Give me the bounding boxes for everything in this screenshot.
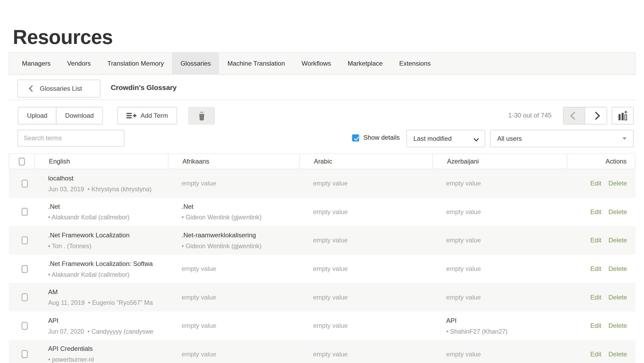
column-header-english: English	[34, 154, 168, 169]
empty-value: empty value	[313, 180, 432, 187]
sort-select[interactable]: Last modified	[407, 130, 485, 147]
tab-label: Machine Translation	[227, 60, 285, 67]
edit-link[interactable]: Edit	[590, 208, 601, 216]
cell-arabic: empty value	[299, 311, 432, 340]
tab-label: Glossaries	[180, 60, 211, 67]
resources-tabbar: Managers Vendors Translation Memory Glos…	[9, 52, 635, 75]
cell-english: .Net Framework Localization • Ton . (Ton…	[34, 226, 168, 255]
term-text: API	[446, 317, 567, 324]
cell-azerbaijani: empty value	[432, 340, 567, 363]
row-checkbox[interactable]	[22, 265, 28, 273]
cell-english: localhost Jun 03, 2019 • Khrystyna (khry…	[34, 169, 168, 198]
empty-value: empty value	[182, 322, 299, 329]
delete-link[interactable]: Delete	[608, 237, 627, 244]
next-page-button[interactable]	[585, 107, 607, 124]
list-plus-icon	[126, 112, 136, 119]
cell-actions: Edit Delete	[567, 340, 635, 363]
term-text: API Credentials	[48, 345, 168, 352]
cell-arabic: empty value	[299, 169, 432, 198]
row-checkbox[interactable]	[22, 208, 28, 216]
cell-azerbaijani: empty value	[432, 169, 567, 198]
row-checkbox[interactable]	[22, 293, 28, 301]
empty-value: empty value	[313, 294, 432, 301]
term-text: .Net	[182, 203, 299, 210]
row-checkbox[interactable]	[22, 180, 28, 188]
table-row: AM Aug 11, 2019 • Eugenio "Ryo567" Ma em…	[9, 283, 635, 312]
delete-link[interactable]: Delete	[608, 351, 627, 358]
table-row: .Net Framework Localization: Softwa • Al…	[9, 255, 635, 283]
edit-link[interactable]: Edit	[590, 237, 601, 244]
tab-translation-memory[interactable]: Translation Memory	[99, 53, 172, 74]
edit-link[interactable]: Edit	[590, 294, 601, 301]
cell-english: API Credentials • powerburner-nl	[34, 340, 168, 363]
tab-label: Extensions	[399, 60, 431, 67]
edit-link[interactable]: Edit	[590, 265, 601, 273]
tab-managers[interactable]: Managers	[14, 53, 59, 74]
cell-arabic: empty value	[299, 340, 432, 363]
delete-link[interactable]: Delete	[608, 265, 627, 273]
tab-label: Managers	[22, 60, 51, 67]
prev-page-button[interactable]	[564, 107, 585, 124]
tab-extensions[interactable]: Extensions	[391, 53, 439, 74]
table-row: .Net Framework Localization • Ton . (Ton…	[9, 226, 635, 255]
term-text: .Net-raamwerklokalisering	[182, 232, 299, 239]
cell-english: API Jun 07, 2020 • Candyyyyy (candyswe	[34, 311, 168, 340]
cell-english: .Net Framework Localization: Softwa • Al…	[34, 255, 168, 283]
back-button-label: Glossaries List	[40, 85, 82, 92]
tab-vendors[interactable]: Vendors	[59, 53, 99, 74]
subheader-divider	[9, 99, 635, 100]
columns-plus-icon	[617, 110, 628, 121]
tab-marketplace[interactable]: Marketplace	[339, 53, 391, 74]
chevron-down-icon	[474, 136, 479, 141]
cell-arabic: empty value	[299, 226, 432, 255]
empty-value: empty value	[446, 180, 567, 187]
tab-label: Vendors	[67, 60, 91, 67]
show-details-toggle[interactable]: Show details	[352, 134, 400, 141]
cell-afrikaans: empty value	[167, 340, 299, 363]
empty-value: empty value	[446, 294, 567, 301]
term-text: AM	[48, 288, 168, 296]
add-term-label: Add Term	[141, 112, 168, 119]
download-button[interactable]: Download	[56, 107, 103, 125]
table-row: localhost Jun 03, 2019 • Khrystyna (khry…	[9, 169, 635, 198]
cell-actions: Edit Delete	[567, 283, 635, 312]
edit-link[interactable]: Edit	[590, 351, 601, 358]
column-header-azerbaijani: Azerbaijani	[432, 154, 567, 169]
cell-actions: Edit Delete	[567, 311, 635, 340]
tab-glossaries[interactable]: Glossaries	[172, 53, 219, 74]
search-input[interactable]	[17, 130, 125, 147]
upload-button[interactable]: Upload	[18, 107, 56, 125]
term-meta: • Alaksandr Košal (callmebor)	[48, 271, 168, 278]
chevron-left-icon	[570, 112, 578, 120]
glossary-title: Crowdin's Glossary	[111, 84, 177, 92]
delete-link[interactable]: Delete	[608, 294, 627, 301]
add-term-button[interactable]: Add Term	[117, 107, 177, 125]
tab-label: Marketplace	[348, 60, 382, 67]
row-checkbox[interactable]	[22, 322, 28, 330]
configure-columns-button[interactable]	[612, 107, 634, 125]
empty-value: empty value	[446, 265, 567, 273]
row-checkbox[interactable]	[22, 237, 28, 244]
select-all-checkbox[interactable]	[19, 157, 25, 165]
tab-machine-translation[interactable]: Machine Translation	[219, 53, 293, 74]
bulk-delete-button[interactable]	[188, 107, 215, 125]
empty-value: empty value	[446, 351, 567, 358]
filter-row: Show details Last modified All users	[9, 130, 635, 147]
delete-link[interactable]: Delete	[608, 208, 627, 216]
term-text: .Net Framework Localization: Softwa	[48, 260, 168, 267]
edit-link[interactable]: Edit	[590, 180, 601, 187]
tab-workflows[interactable]: Workflows	[293, 53, 339, 74]
glossaries-list-back-button[interactable]: Glossaries List	[17, 80, 101, 97]
empty-value: empty value	[313, 351, 432, 358]
cell-afrikaans: empty value	[167, 255, 299, 283]
delete-link[interactable]: Delete	[608, 180, 627, 187]
term-meta: • Gideon Wentink (gjwentink)	[182, 242, 299, 249]
row-checkbox[interactable]	[22, 350, 28, 358]
show-details-checkbox[interactable]	[352, 134, 359, 141]
delete-link[interactable]: Delete	[608, 322, 627, 329]
cell-english: AM Aug 11, 2019 • Eugenio "Ryo567" Ma	[34, 283, 168, 312]
edit-link[interactable]: Edit	[590, 322, 601, 329]
column-header-actions: Actions	[567, 154, 635, 169]
pager	[563, 107, 607, 125]
users-filter-dropdown[interactable]: All users	[490, 130, 634, 147]
